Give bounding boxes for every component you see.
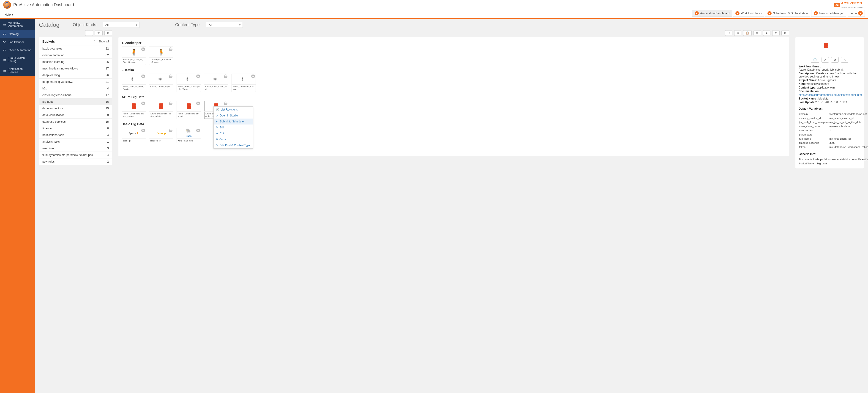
- bucket-row-data-connectors[interactable]: data-connectors15: [39, 105, 112, 112]
- detail-doc-link[interactable]: https://docs.azuredatabricks.net/api/lat…: [799, 93, 863, 96]
- nav-icon: ●: [768, 11, 772, 16]
- ctx-copy[interactable]: ⧉Copy: [214, 136, 253, 142]
- var-key: max_retries: [799, 129, 829, 132]
- workflow-badge-icon: W: [169, 48, 173, 51]
- bucket-row-machine-learning[interactable]: machine-learning26: [39, 58, 112, 65]
- var-value: my.example.class: [829, 124, 868, 128]
- workflow-card-label: Kafka_Write_Message_To_Topic: [177, 84, 200, 92]
- user-chip[interactable]: demo ●: [848, 10, 865, 17]
- sidebar-item-workflow-automation[interactable]: ▭Workflow Automation: [0, 19, 35, 30]
- workflow-card[interactable]: WAzure_Databricks_cluster_create: [122, 101, 146, 119]
- bucket-row-finance[interactable]: finance8: [39, 125, 112, 132]
- bucket-row-deep-learning[interactable]: deep-learning26: [39, 72, 112, 78]
- var-key: jar_path_from_dataspace: [799, 120, 829, 124]
- var-value: my_jar_to_put_to_the_dbfs: [829, 120, 868, 124]
- workflow-badge-icon: W: [141, 75, 145, 78]
- workflow-badge-icon: W: [224, 75, 227, 78]
- show-all-toggle[interactable]: Show all: [94, 40, 109, 43]
- chevron-icon: ❯: [3, 40, 7, 44]
- workflow-card[interactable]: WAzure_Databricks_dbfs_put: [177, 101, 201, 119]
- workflow-card[interactable]: WhadoopHadoop_PI: [149, 128, 174, 143]
- workflow-card-label: Zookeeper_Terminate_Service: [149, 57, 173, 65]
- workflow-card[interactable]: W🐘HDFSwrite_read_hdfs: [177, 128, 201, 143]
- ctx-open-in-studio[interactable]: ↗Open in Studio: [214, 113, 253, 118]
- sidebar-item-cloud-automation[interactable]: ▭Cloud Automation: [0, 46, 35, 54]
- ctx-submit-to-scheduler[interactable]: ⚙Submit to Scheduler: [214, 118, 253, 124]
- caret-down-icon: ▾: [12, 13, 13, 16]
- bucket-row-pcw-rules[interactable]: pcw-rules2: [39, 158, 112, 165]
- ctx-cut[interactable]: ✂Cut: [214, 131, 253, 136]
- show-all-checkbox[interactable]: [94, 40, 97, 43]
- content-type-select[interactable]: All: [206, 22, 243, 28]
- ctx-icon: ✎: [216, 126, 218, 129]
- workflow-card[interactable]: WKafka_Create_Topic: [149, 74, 174, 92]
- ctx-icon: ↗: [216, 114, 218, 117]
- ctx-icon: ⧉: [216, 138, 218, 141]
- bucket-row-deep-learning-workflows[interactable]: deep-learning-workflows21: [39, 78, 112, 85]
- workflow-badge-icon: W: [196, 129, 200, 132]
- obj-delete-button[interactable]: 🗑: [753, 30, 761, 36]
- detail-revisions-button[interactable]: 🕘: [811, 57, 819, 63]
- obj-paste-button[interactable]: 📋: [743, 30, 752, 36]
- var-key: main_class_name: [799, 124, 829, 128]
- obj-copy-button[interactable]: ⧉: [734, 30, 741, 36]
- bucket-export-button[interactable]: 🗎: [104, 30, 112, 36]
- sidebar-item-job-planner[interactable]: ❯Job Planner: [0, 38, 35, 46]
- workflow-card[interactable]: WAzure_Databricks_cluster_delete: [149, 101, 174, 119]
- workflow-card[interactable]: WKafka_Terminate_Service: [231, 74, 256, 92]
- workflow-card[interactable]: WSpark✦spark_pi: [122, 128, 146, 143]
- obj-cut-button[interactable]: ✂: [725, 30, 733, 36]
- sidebar-item-cloud-watch-beta-[interactable]: ▭Cloud Watch (beta): [0, 54, 35, 65]
- var-value: 1: [829, 129, 868, 132]
- workflow-card-label: Hadoop_PI: [149, 139, 173, 143]
- ctx-edit[interactable]: ✎Edit: [214, 124, 253, 131]
- monitor-icon: ▭: [3, 32, 6, 36]
- bucket-row-machining[interactable]: machining3: [39, 145, 112, 151]
- workflow-card[interactable]: WKafka_Read_From_Topic: [204, 74, 228, 92]
- bucket-row-big-data[interactable]: big-data16: [39, 99, 112, 105]
- workflow-card[interactable]: W🧍Zookeeper_Terminate_Service: [149, 47, 174, 65]
- var-key: Documentation: [799, 158, 817, 161]
- bucket-row-cloud-automation[interactable]: cloud-automation62: [39, 52, 112, 58]
- workflow-card-label: Kafka_Read_From_Topic: [204, 84, 228, 92]
- ctx-edit-kind-content-type[interactable]: ✎Edit Kind & Content Type: [214, 142, 253, 148]
- bucket-row-notifications-tools[interactable]: notifications-tools4: [39, 132, 112, 138]
- ctx-list-revisions[interactable]: 🕘List Revisions: [214, 107, 253, 113]
- obj-upload-button[interactable]: ⬆: [772, 30, 780, 36]
- bucket-row-machine-learning-workflows[interactable]: machine-learning-workflows17: [39, 65, 112, 72]
- default-variables-heading: Default Variables:: [799, 107, 861, 110]
- topnav-resource-manager[interactable]: ●Resource Manager: [811, 10, 846, 17]
- topnav-workflow-studio[interactable]: ●Workflow Studio: [733, 10, 764, 17]
- var-key: token: [799, 145, 829, 149]
- var-key: run_name: [799, 137, 829, 141]
- detail-open-button[interactable]: ↗: [822, 57, 829, 63]
- topnav-automation-dashboard[interactable]: ●Automation Dashboard: [692, 10, 732, 17]
- workflow-badge-icon: W: [251, 75, 255, 78]
- workflow-card[interactable]: WKafka_Start_or_Bind_Service: [122, 74, 146, 92]
- workflow-card-label: write_read_hdfs: [177, 139, 200, 143]
- bucket-row-fluid-dynamics-cfd-paraview-flexnet-pbs[interactable]: fluid-dynamics-cfd-paraview-flexnet-pbs2…: [39, 151, 112, 158]
- detail-submit-button[interactable]: ⚙: [831, 57, 839, 63]
- ctx-icon: ⚙: [216, 120, 218, 123]
- obj-download-button[interactable]: ⬇: [763, 30, 770, 36]
- bucket-row-basic-examples[interactable]: basic-examples22: [39, 45, 112, 52]
- sidebar-item-catalog[interactable]: ▭Catalog: [0, 30, 35, 38]
- obj-export-button[interactable]: 🗎: [781, 30, 789, 36]
- bucket-row-elastic-logstash-kibana[interactable]: elastic-logstash-kibana17: [39, 92, 112, 99]
- workflow-badge-icon: W: [196, 75, 200, 78]
- bucket-row-database-services[interactable]: database-services15: [39, 118, 112, 125]
- workflow-card[interactable]: W🧍Zookeeper_Start_or_Bind_Service: [122, 47, 146, 65]
- help-menu[interactable]: Help▾: [3, 11, 14, 18]
- sidebar-item-notification-service[interactable]: ▭Notification Service: [0, 65, 35, 76]
- bucket-row-h2o[interactable]: h2o4: [39, 85, 112, 92]
- workflow-badge-icon: W: [196, 102, 200, 105]
- detail-edit-button[interactable]: ✎: [841, 57, 848, 63]
- group-title: 1. Zookeeper: [122, 41, 786, 45]
- workflow-card[interactable]: WKafka_Write_Message_To_Topic: [177, 74, 201, 92]
- object-kinds-select[interactable]: All: [103, 22, 140, 28]
- bucket-row-analysis-tools[interactable]: analysis-tools1: [39, 138, 112, 145]
- bucket-delete-button[interactable]: 🗑: [95, 30, 102, 36]
- bucket-add-button[interactable]: ＋: [85, 30, 93, 36]
- bucket-row-data-visualization[interactable]: data-visualization8: [39, 112, 112, 118]
- topnav-scheduling-orchestration[interactable]: ●Scheduling & Orchestration: [765, 10, 810, 17]
